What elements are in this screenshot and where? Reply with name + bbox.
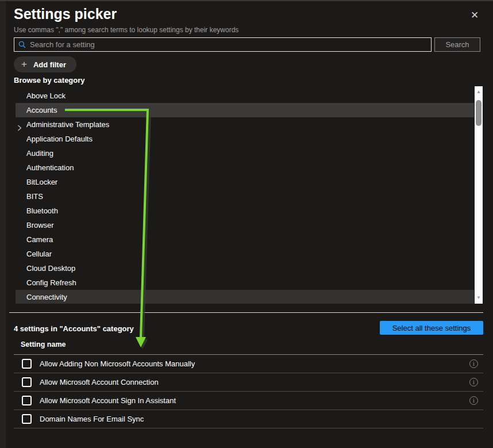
category-item-above-lock[interactable]: Above Lock [16,89,474,103]
search-input[interactable] [30,38,431,51]
close-icon[interactable]: ✕ [468,9,482,22]
search-icon [18,41,26,48]
category-item-administrative-templates[interactable]: Administrative Templates [16,117,474,132]
category-item-camera[interactable]: Camera [16,232,474,247]
settings-list: Allow Adding Non Microsoft Accounts Manu… [14,355,483,428]
category-item-auditing[interactable]: Auditing [16,146,474,160]
plus-icon: + [21,56,27,72]
setting-name-column-header: Setting name [21,340,66,349]
category-item-cellular[interactable]: Cellular [16,247,474,261]
category-item-bitlocker[interactable]: BitLocker [16,175,474,189]
setting-row[interactable]: Allow Microsoft Account Sign In Assistan… [14,392,483,410]
info-icon[interactable]: i [469,396,478,405]
category-item-connectivity[interactable]: Connectivity [16,290,474,304]
browse-by-category-heading: Browse by category [14,76,85,85]
category-item-application-defaults[interactable]: Application Defaults [16,132,474,146]
dialog-top-border [0,0,493,1]
category-item-bluetooth[interactable]: Bluetooth [16,204,474,218]
category-item-accounts[interactable]: Accounts [16,103,474,117]
settings-picker-dialog: Settings picker Use commas "," among sea… [0,0,493,448]
category-list-scrollbar[interactable]: ▲ ▼ [475,86,483,304]
category-item-authentication[interactable]: Authentication [16,160,474,175]
results-summary: 4 settings in "Accounts" category [14,324,134,333]
setting-row[interactable]: Allow Adding Non Microsoft Accounts Manu… [14,355,483,373]
category-list: Above Lock Accounts Administrative Templ… [16,87,474,304]
page-title: Settings picker [14,6,117,22]
search-box[interactable] [14,37,432,52]
add-filter-button[interactable]: + Add filter [14,56,76,72]
scrollbar-thumb[interactable] [476,100,482,126]
setting-checkbox[interactable] [22,377,32,387]
search-button[interactable]: Search [434,37,480,52]
scroll-up-icon[interactable]: ▲ [475,89,483,95]
setting-row[interactable]: Allow Microsoft Account Connection i [14,373,483,392]
setting-checkbox[interactable] [22,359,32,369]
setting-checkbox[interactable] [22,396,32,405]
dialog-left-edge [0,1,6,448]
add-filter-label: Add filter [33,60,66,69]
info-icon[interactable]: i [469,378,478,386]
setting-checkbox[interactable] [22,414,32,424]
category-item-config-refresh[interactable]: Config Refresh [16,275,474,290]
category-item-browser[interactable]: Browser [16,218,474,232]
scroll-down-icon[interactable]: ▼ [475,295,483,301]
info-icon[interactable]: i [469,359,478,368]
select-all-button[interactable]: Select all these settings [380,321,483,335]
category-item-bits[interactable]: BITS [16,189,474,204]
category-item-cloud-desktop[interactable]: Cloud Desktop [16,261,474,275]
section-divider [9,312,483,313]
setting-row[interactable]: Domain Names For Email Sync [14,410,483,428]
page-subtitle: Use commas "," among search terms to loo… [14,26,238,34]
